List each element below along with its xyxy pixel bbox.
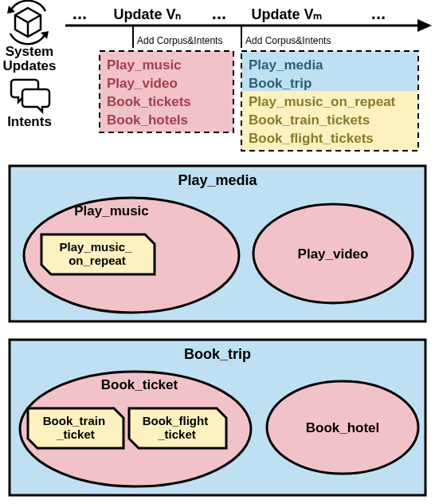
book-train-ticket-l2: _ticket — [56, 427, 95, 441]
timeline-update-m: Update Vₘ — [251, 6, 322, 22]
update-m-top2: Book_trip — [249, 76, 312, 91]
play-video-label: Play_video — [298, 246, 369, 262]
update-n-line2: Play_video — [107, 76, 178, 91]
book-trip-panel: Book_trip Book_ticket Book_train _ticket… — [10, 340, 425, 495]
book-hotel-label: Book_hotel — [306, 420, 380, 435]
update-n-box: Play_music Play_video Book_tickets Book_… — [100, 51, 233, 132]
book-trip-title: Book_trip — [184, 346, 251, 362]
book-flight-ticket-l2: _ticket — [157, 427, 196, 441]
play-music-on-repeat-l1: Play_music_ — [59, 240, 132, 254]
update-n-line3: Book_tickets — [107, 94, 191, 109]
tick-m-label: Add Corpus&Intents — [245, 35, 331, 46]
intents-icon — [11, 80, 49, 112]
play-media-panel: Play_media Play_music Play_music_ on_rep… — [10, 166, 425, 321]
tick-n-label: Add Corpus&Intents — [137, 35, 222, 46]
book-flight-ticket-l1: Book_flight — [143, 414, 209, 427]
update-n-line1: Play_music — [107, 57, 182, 73]
system-updates-label: SystemUpdates — [2, 44, 56, 73]
update-m-top1: Play_media — [249, 57, 323, 73]
update-m-box: Play_media Book_trip Play_music_on_repea… — [241, 51, 418, 151]
timeline-update-n: Update Vₙ — [113, 6, 181, 22]
play-media-title: Play_media — [178, 172, 257, 188]
system-update-icon — [7, 1, 49, 44]
timeline-dots: ... — [72, 3, 87, 23]
update-m-bot3: Book_flight_tickets — [249, 131, 374, 146]
book-train-ticket-l1: Book_train — [43, 414, 105, 427]
timeline-dots: ... — [371, 3, 386, 23]
book-ticket-label: Book_ticket — [101, 377, 178, 392]
update-n-line4: Book_hotels — [107, 112, 188, 128]
update-m-bot2: Book_train_tickets — [249, 112, 370, 128]
play-music-on-repeat-label: Play_music_ on_repeat — [59, 240, 135, 267]
timeline-dots: ... — [212, 3, 226, 23]
intents-label: Intents — [7, 114, 52, 129]
svg-marker-5 — [417, 19, 432, 32]
play-music-on-repeat-l2: on_repeat — [69, 254, 126, 267]
play-music-label: Play_music — [74, 203, 149, 219]
update-m-bot1: Play_music_on_repeat — [249, 94, 396, 109]
